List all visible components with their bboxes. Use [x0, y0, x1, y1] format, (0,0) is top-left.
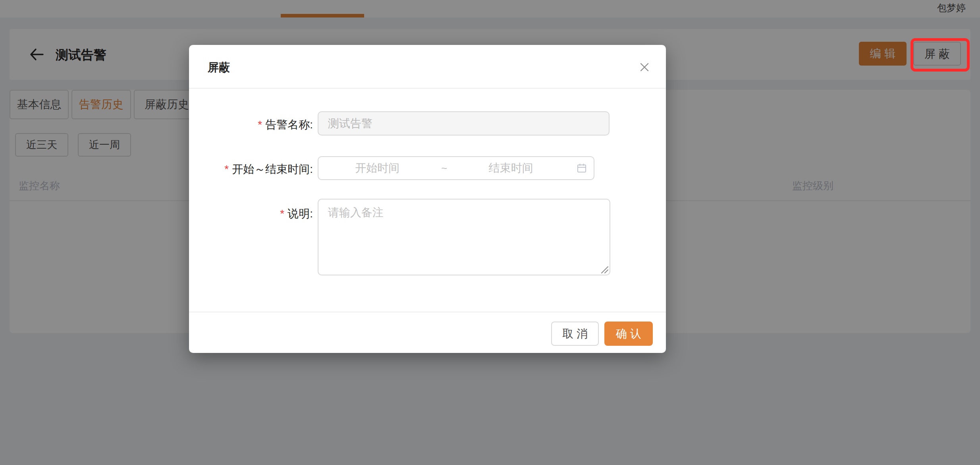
time-range-label: *开始～结束时间:	[189, 162, 313, 177]
screen: 包梦婷 测试告警 编 辑 屏 蔽 基本信息 告警历史 屏蔽历史 近三天 近一周 …	[0, 0, 980, 465]
start-time-placeholder[interactable]: 开始时间	[318, 161, 436, 176]
remark-textarea[interactable]	[318, 199, 610, 275]
dialog-footer: 取 消 确 认	[189, 312, 666, 353]
calendar-icon	[576, 163, 587, 174]
remark-field	[318, 199, 610, 275]
required-asterisk: *	[258, 118, 262, 131]
alert-name-label: *告警名称:	[189, 117, 313, 132]
end-time-placeholder[interactable]: 结束时间	[452, 161, 570, 176]
alert-name-input	[318, 111, 610, 136]
confirm-button[interactable]: 确 认	[604, 322, 653, 346]
dialog-title: 屏蔽	[208, 60, 230, 75]
time-range-picker[interactable]: 开始时间 ~ 结束时间	[318, 156, 594, 180]
remark-label: *说明:	[189, 206, 313, 221]
required-asterisk: *	[280, 207, 284, 220]
range-separator: ~	[436, 162, 452, 174]
required-asterisk: *	[224, 163, 229, 175]
cancel-button[interactable]: 取 消	[551, 322, 599, 346]
dialog-header: 屏蔽	[189, 45, 666, 89]
shield-dialog: 屏蔽 *告警名称: *开始～结束时间: 开始时间 ~ 结束时间	[189, 45, 666, 353]
close-button[interactable]	[639, 62, 650, 73]
close-icon	[639, 62, 650, 73]
